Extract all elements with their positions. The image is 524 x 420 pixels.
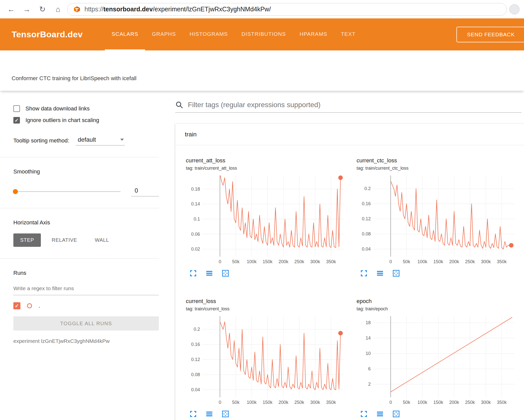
fit-domain-icon[interactable] — [392, 410, 400, 418]
svg-text:350k: 350k — [497, 400, 507, 405]
divider — [0, 157, 159, 157]
svg-text:200k: 200k — [449, 259, 459, 264]
tab-hparams[interactable]: HPARAMS — [293, 18, 334, 50]
svg-text:300k: 300k — [310, 400, 320, 405]
svg-text:14: 14 — [366, 336, 371, 341]
svg-text:150k: 150k — [263, 400, 273, 405]
smoothing-slider[interactable] — [13, 191, 121, 192]
settings-sidebar: Show data download links Ignore outliers… — [0, 91, 163, 354]
filter-tags-input[interactable] — [188, 101, 521, 109]
tab-scalars[interactable]: SCALARS — [105, 18, 145, 50]
fit-domain-icon[interactable] — [392, 269, 400, 278]
fullscreen-icon[interactable] — [189, 410, 197, 418]
svg-text:0.02: 0.02 — [191, 247, 200, 252]
ignore-outliers-checkbox[interactable] — [13, 117, 20, 124]
svg-text:0.14: 0.14 — [191, 201, 200, 206]
experiment-title: Conformer CTC training for LibriSpeech w… — [12, 75, 136, 82]
tooltip-sorting-label: Tooltip sorting method: — [13, 137, 69, 144]
home-icon[interactable]: ⌂ — [51, 3, 65, 16]
svg-text:0.08: 0.08 — [362, 231, 371, 236]
line-chart[interactable]: 26101418050k100k150k200k250k300k350k — [357, 314, 524, 407]
chart-tag-subtitle: tag: train/current_ctc_loss — [357, 166, 524, 171]
runs-filter-input[interactable] — [13, 282, 159, 295]
svg-text:250k: 250k — [294, 400, 304, 405]
chart-card-current-att-loss: current_att_loss tag: train/current_att_… — [186, 157, 354, 278]
tab-histograms[interactable]: HISTOGRAMS — [183, 18, 235, 50]
fit-domain-icon[interactable] — [221, 269, 230, 278]
runs-label: Runs — [13, 270, 159, 276]
smoothing-value-input[interactable]: 0 — [131, 187, 159, 196]
svg-text:0.2: 0.2 — [194, 327, 200, 332]
scalars-main: train current_att_loss tag: train/curren… — [163, 91, 524, 420]
chart-card-epoch: epoch tag: train/epoch 26101418050k100k1… — [357, 298, 524, 418]
runs-list-icon[interactable] — [205, 410, 214, 418]
svg-text:0.04: 0.04 — [362, 247, 371, 252]
content: Show data download links Ignore outliers… — [0, 91, 524, 420]
svg-text:0.16: 0.16 — [362, 201, 371, 206]
divider — [0, 208, 159, 208]
app-logo[interactable]: TensorBoard.dev — [12, 29, 83, 39]
runs-list-icon[interactable] — [376, 410, 384, 418]
fullscreen-icon[interactable] — [189, 269, 197, 278]
chart-toolbar — [360, 269, 524, 278]
tab-text[interactable]: TEXT — [334, 18, 362, 50]
smoothing-label: Smoothing — [13, 168, 159, 175]
ignore-outliers-row: Ignore outliers in chart scaling — [13, 117, 159, 124]
axis-wall-button[interactable]: WALL — [88, 233, 116, 247]
reload-icon[interactable]: ↻ — [36, 3, 49, 16]
chart-tag-subtitle: tag: train/current_loss — [186, 306, 354, 312]
train-section-card: train current_att_loss tag: train/curren… — [175, 124, 524, 420]
arrow-drop-down-icon — [120, 139, 124, 141]
svg-text:0.08: 0.08 — [191, 372, 200, 377]
back-icon[interactable]: ← — [5, 3, 18, 16]
chart-tag-subtitle: tag: train/current_att_loss — [186, 166, 354, 171]
chart-card-current-ctc-loss: current_ctc_loss tag: train/current_ctc_… — [357, 157, 524, 278]
svg-text:300k: 300k — [481, 400, 491, 405]
line-chart[interactable]: 0.040.080.120.160.2050k100k150k200k250k3… — [357, 173, 524, 267]
send-feedback-button[interactable]: SEND FEEDBACK — [456, 27, 524, 42]
svg-text:100k: 100k — [247, 400, 257, 405]
svg-text:10: 10 — [366, 351, 371, 356]
fit-domain-icon[interactable] — [221, 410, 230, 418]
forward-icon[interactable]: → — [20, 3, 33, 16]
runs-list-icon[interactable] — [205, 269, 214, 278]
svg-text:18: 18 — [366, 320, 371, 325]
url-scheme: https:// — [84, 6, 103, 13]
svg-text:2: 2 — [368, 382, 371, 387]
svg-text:350k: 350k — [326, 259, 336, 264]
run-color-swatch — [27, 303, 32, 308]
tooltip-sorting-value: default — [78, 136, 96, 143]
tab-distributions[interactable]: DISTRIBUTIONS — [235, 18, 293, 50]
svg-text:100k: 100k — [418, 259, 428, 264]
fullscreen-icon[interactable] — [360, 269, 368, 278]
svg-text:0.12: 0.12 — [362, 216, 371, 221]
toggle-all-runs-button[interactable]: TOGGLE ALL RUNS — [13, 316, 159, 331]
show-download-links-label: Show data download links — [25, 105, 90, 112]
axis-step-button[interactable]: STEP — [13, 233, 41, 247]
section-title-train[interactable]: train — [175, 124, 524, 145]
svg-text:150k: 150k — [263, 259, 273, 264]
tensorboard-page: ← → ↻ ⌂ https://tensorboard.dev/experime… — [0, 0, 524, 420]
fullscreen-icon[interactable] — [360, 410, 368, 418]
svg-text:200k: 200k — [278, 259, 288, 264]
address-bar[interactable]: https://tensorboard.dev/experiment/lzGnE… — [67, 3, 507, 16]
smoothing-slider-row: 0 — [13, 187, 159, 196]
nav-tabs: SCALARS GRAPHS HISTOGRAMS DISTRIBUTIONS … — [105, 18, 362, 50]
show-download-links-checkbox[interactable] — [13, 105, 20, 112]
tensorboard-favicon — [73, 6, 80, 13]
axis-relative-button[interactable]: RELATIVE — [45, 233, 84, 247]
runs-list-icon[interactable] — [376, 269, 384, 278]
chart-title: current_att_loss — [186, 157, 354, 164]
chart-toolbar — [360, 410, 524, 418]
run-checkbox[interactable] — [13, 302, 20, 309]
line-chart[interactable]: 0.040.080.120.160.2050k100k150k200k250k3… — [186, 314, 354, 407]
svg-text:50k: 50k — [403, 259, 411, 264]
tooltip-sorting-row: Tooltip sorting method: default — [13, 136, 159, 145]
svg-text:0.18: 0.18 — [191, 187, 200, 192]
tooltip-sorting-select[interactable]: default — [76, 136, 125, 145]
line-chart[interactable]: 0.020.060.10.140.18050k100k150k200k250k3… — [186, 173, 354, 267]
browser-profile-icon[interactable] — [509, 4, 519, 14]
smoothing-slider-handle[interactable] — [13, 189, 18, 194]
url-text: https://tensorboard.dev/experiment/lzGnE… — [84, 6, 271, 13]
tab-graphs[interactable]: GRAPHS — [145, 18, 183, 50]
